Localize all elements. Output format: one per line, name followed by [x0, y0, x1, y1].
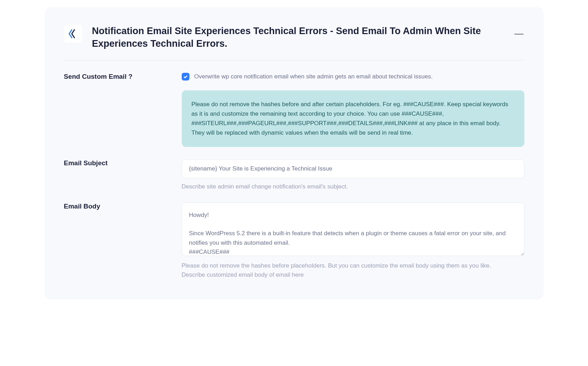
panel-header: Notification Email Site Experiences Tech… — [64, 25, 524, 60]
email-subject-field: Describe site admin email change notific… — [182, 159, 524, 190]
email-subject-help: Describe site admin email change notific… — [182, 183, 524, 190]
placeholder-notice: Please do not remove the hashes before a… — [182, 90, 524, 147]
email-body-field: Please do not remove the hashes before p… — [182, 203, 524, 278]
email-body-row: Email Body Please do not remove the hash… — [64, 190, 524, 278]
email-body-help-1: Please do not remove the hashes before p… — [182, 262, 524, 269]
email-subject-row: Email Subject Describe site admin email … — [64, 147, 524, 190]
custom-email-checkbox[interactable] — [182, 73, 189, 81]
custom-email-checkbox-label: Overwrite wp core notification email whe… — [194, 73, 433, 80]
settings-panel: Notification Email Site Experiences Tech… — [45, 7, 544, 300]
custom-email-row: Send Custom Email ? Overwrite wp core no… — [64, 60, 524, 147]
panel-title: Notification Email Site Experiences Tech… — [92, 25, 524, 50]
collapse-button[interactable]: — — [514, 28, 524, 39]
email-body-label: Email Body — [64, 203, 182, 210]
email-subject-input[interactable] — [182, 159, 524, 178]
logo-icon — [64, 25, 82, 43]
email-body-help-2: Describe customized email body of email … — [182, 271, 524, 278]
custom-email-field: Overwrite wp core notification email whe… — [182, 73, 524, 147]
email-body-textarea[interactable] — [182, 203, 524, 256]
custom-email-checkbox-row: Overwrite wp core notification email whe… — [182, 73, 524, 81]
email-subject-label: Email Subject — [64, 159, 182, 167]
custom-email-label: Send Custom Email ? — [64, 73, 182, 81]
check-icon — [183, 74, 188, 79]
